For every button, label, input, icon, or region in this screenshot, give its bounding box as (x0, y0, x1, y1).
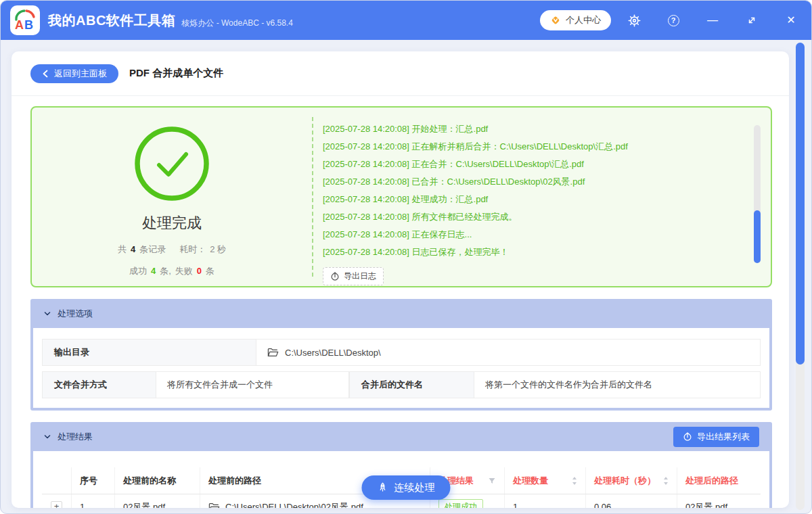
minimize-button[interactable]: — (706, 14, 719, 27)
success-panel: 处理完成 共 4 条记录 耗时： 2 秒 成功 4 条, 失败 0 条 (30, 106, 772, 287)
main-scrollbar-track (796, 43, 805, 510)
export-upload-icon (330, 272, 340, 281)
merge-mode-label: 文件合并方式 (43, 372, 156, 398)
log-line: [2025-07-28 14:20:08] 正在保存日志... (323, 226, 744, 243)
fail-count: 0 (197, 266, 202, 276)
cell-time: 0.06 (586, 494, 677, 508)
logo-letter-a: A (15, 18, 24, 32)
app-title: 我的ABC软件工具箱 (48, 11, 175, 30)
folder-open-icon[interactable] (208, 503, 220, 509)
log-line: [2025-07-28 14:20:08] 所有文件都已经处理完成。 (323, 208, 744, 226)
log-area: [2025-07-28 14:20:08] 开始处理：汇总.pdf [2025-… (313, 108, 771, 286)
output-dir-value[interactable]: C:\Users\DELL\Desktop\ (256, 340, 760, 365)
chevron-down-icon (43, 433, 51, 441)
main-scrollbar-thumb[interactable] (796, 43, 805, 365)
cell-name-before: 02风景.pdf (115, 494, 200, 508)
filename-rule-label: 合并后的文件名 (349, 372, 474, 398)
toolbar-row: 返回到主面板 PDF 合并成单个文件 (12, 51, 789, 96)
log-line: [2025-07-28 14:20:08] 开始处理：汇总.pdf (323, 120, 744, 138)
success-suffix: 条, (160, 265, 171, 277)
folder-open-icon (267, 348, 279, 357)
filename-rule-value: 将第一个文件的文件名作为合并后的文件名 (474, 372, 760, 398)
expander-column-header (42, 467, 72, 494)
time-label: 耗时： (179, 243, 206, 256)
log-scrollbar-track (754, 125, 761, 263)
fail-label: 失败 (175, 265, 193, 277)
options-section-title: 处理选项 (58, 308, 93, 320)
row-expander-button[interactable]: + (51, 501, 62, 508)
status-badge: 处理成功 (438, 499, 483, 508)
export-results-button[interactable]: 导出结果列表 (673, 427, 759, 447)
merge-settings-row: 文件合并方式 将所有文件合并成一个文件 合并后的文件名 将第一个文件的文件名作为… (42, 371, 761, 398)
log-line: [2025-07-28 14:20:08] 正在解析并稍后合并：C:\Users… (323, 138, 744, 156)
options-section-header[interactable]: 处理选项 (33, 299, 769, 328)
continue-processing-button[interactable]: 连续处理 (362, 475, 451, 500)
column-header-count[interactable]: 处理数量 (505, 467, 586, 494)
continue-button-label: 连续处理 (394, 482, 435, 494)
main-card: 返回到主面板 PDF 合并成单个文件 处理完成 共 4 条记录 (12, 51, 789, 508)
success-count: 4 (151, 266, 156, 276)
chevron-down-icon (43, 310, 51, 318)
chevron-left-icon (42, 70, 49, 78)
log-line: [2025-07-28 14:20:08] 正在合并：C:\Users\DELL… (323, 156, 744, 173)
sort-carets-icon[interactable] (572, 476, 577, 486)
sort-carets-icon[interactable] (663, 476, 669, 486)
filter-funnel-icon[interactable] (488, 477, 496, 485)
export-upload-icon (683, 432, 692, 442)
output-dir-row: 输出目录 C:\Users\DELL\Desktop\ (42, 339, 761, 366)
results-section-title: 处理结果 (58, 431, 93, 443)
help-icon[interactable]: ? (667, 14, 680, 27)
user-center-button[interactable]: 个人中心 (540, 10, 611, 30)
merge-mode-value: 将所有文件合并成一个文件 (156, 372, 349, 398)
cell-index: 1 (72, 494, 115, 508)
options-body: 输出目录 C:\Users\DELL\Desktop\ 文件合并方式 将所有 (33, 328, 769, 408)
summary-column: 处理完成 共 4 条记录 耗时： 2 秒 成功 4 条, 失败 0 条 (32, 108, 312, 286)
cell-path-after: 02风景.pdf (677, 494, 761, 508)
resize-icon[interactable] (745, 14, 759, 27)
log-line: [2025-07-28 14:20:08] 处理成功：汇总.pdf (323, 191, 744, 208)
cell-count: 1 (505, 494, 586, 508)
vip-badge-icon (550, 15, 561, 26)
results-section-header[interactable]: 处理结果 导出结果列表 (33, 422, 769, 451)
output-dir-label: 输出目录 (43, 340, 256, 365)
export-results-label: 导出结果列表 (697, 431, 750, 443)
success-label: 成功 (129, 265, 147, 277)
column-header-index: 序号 (72, 467, 115, 494)
logo-letter-b: B (24, 18, 33, 32)
user-center-label: 个人中心 (566, 14, 601, 26)
titlebar: A B 我的ABC软件工具箱 核烁办公 - WodeABC - v6.58.4 … (1, 1, 811, 40)
back-to-dashboard-button[interactable]: 返回到主面板 (30, 64, 118, 83)
app-window: A B 我的ABC软件工具箱 核烁办公 - WodeABC - v6.58.4 … (0, 0, 812, 514)
app-subtitle: 核烁办公 - WodeABC - v6.58.4 (181, 18, 293, 29)
options-section: 处理选项 输出目录 C:\Users\DELL\Desktop\ (30, 299, 772, 411)
success-check-icon (133, 125, 210, 202)
log-line: [2025-07-28 14:20:08] 已合并：C:\Users\DELL\… (323, 173, 744, 191)
time-value: 2 秒 (210, 243, 226, 256)
status-title: 处理完成 (142, 213, 202, 233)
close-button[interactable]: ✕ (784, 14, 798, 27)
total-suffix: 条记录 (139, 243, 166, 256)
column-header-name-before: 处理前的名称 (115, 467, 200, 494)
log-scrollbar-thumb[interactable] (754, 210, 761, 263)
output-dir-path: C:\Users\DELL\Desktop\ (285, 348, 381, 358)
total-prefix: 共 (118, 243, 127, 256)
fail-suffix: 条 (206, 265, 215, 277)
app-logo-icon: A B (10, 5, 40, 35)
summary-result-counts: 成功 4 条, 失败 0 条 (129, 265, 215, 277)
rocket-icon (378, 482, 388, 493)
page-title: PDF 合并成单个文件 (129, 67, 223, 80)
export-log-label: 导出日志 (344, 271, 376, 282)
settings-gear-icon[interactable] (627, 14, 641, 27)
summary-totals: 共 4 条记录 耗时： 2 秒 (118, 243, 226, 256)
total-count: 4 (131, 244, 135, 254)
column-header-path-after: 处理后的路径 (677, 467, 761, 494)
export-log-button[interactable]: 导出日志 (323, 267, 384, 285)
back-button-label: 返回到主面板 (54, 68, 107, 80)
column-header-time[interactable]: 处理耗时（秒） (586, 467, 677, 494)
log-line: [2025-07-28 14:20:08] 日志已保存，处理完毕！ (323, 243, 744, 261)
